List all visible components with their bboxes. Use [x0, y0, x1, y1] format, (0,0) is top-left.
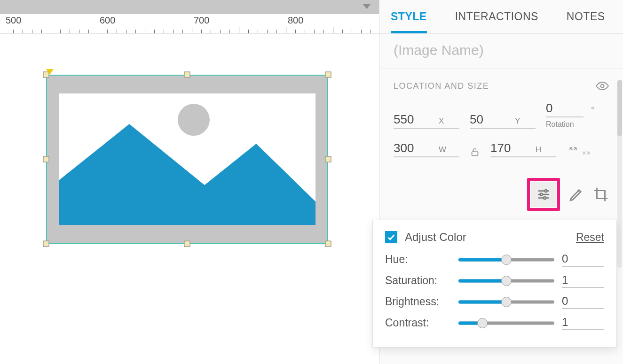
- hue-row: Hue: 0: [385, 252, 604, 267]
- crop-icon: [593, 186, 609, 202]
- x-input[interactable]: [394, 112, 436, 127]
- saturation-label: Saturation:: [385, 274, 451, 287]
- panel-scrollbar[interactable]: [617, 80, 622, 268]
- flip-horizontal-icon[interactable]: [568, 146, 578, 157]
- selection-outline: [46, 75, 328, 244]
- contrast-label: Contrast:: [385, 317, 451, 329]
- ruler-mark: 800: [288, 15, 303, 26]
- ruler-mark: 600: [100, 15, 115, 26]
- hue-value[interactable]: 0: [562, 252, 604, 267]
- resize-handle-n[interactable]: [184, 72, 190, 78]
- adjust-color-popover: Adjust Color Reset Hue: 0 Saturation: 1 …: [372, 220, 617, 348]
- pencil-icon: [568, 186, 584, 202]
- brightness-row: Brightness: 0: [385, 294, 604, 309]
- selected-image-widget[interactable]: [46, 75, 328, 244]
- contrast-value[interactable]: 1: [562, 316, 604, 330]
- resize-handle-s[interactable]: [184, 241, 190, 247]
- tab-style[interactable]: STYLE: [391, 10, 427, 23]
- ruler-mark: 500: [6, 15, 21, 26]
- y-input[interactable]: [470, 112, 512, 127]
- contrast-row: Contrast: 1: [385, 316, 604, 330]
- rotation-input[interactable]: [546, 101, 588, 116]
- width-input[interactable]: [394, 141, 436, 155]
- contrast-slider[interactable]: [458, 318, 554, 329]
- svg-point-7: [540, 194, 543, 196]
- canvas-titlebar[interactable]: [0, 0, 379, 14]
- svg-point-6: [545, 190, 547, 192]
- canvas-area[interactable]: 500 600 700 800: [0, 0, 379, 364]
- adjust-color-button[interactable]: [531, 182, 556, 207]
- sliders-icon: [536, 187, 551, 201]
- brightness-slider[interactable]: [458, 296, 554, 308]
- adjust-color-checkbox[interactable]: [385, 231, 397, 243]
- crop-button[interactable]: [593, 186, 609, 202]
- rotation-label: Rotation: [546, 120, 574, 129]
- hue-slider[interactable]: [458, 254, 554, 265]
- brightness-value[interactable]: 0: [562, 294, 604, 309]
- degree-label: °: [591, 105, 594, 115]
- resize-handle-w[interactable]: [43, 156, 49, 163]
- tab-interactions[interactable]: INTERACTIONS: [455, 10, 538, 23]
- svg-point-1: [601, 85, 604, 88]
- adjust-color-title: Adjust Color: [405, 231, 466, 244]
- svg-point-8: [544, 197, 546, 199]
- resize-handle-e[interactable]: [325, 156, 331, 163]
- hue-label: Hue:: [385, 253, 451, 266]
- image-tools-row: [379, 175, 623, 219]
- ruler-mark: 700: [194, 15, 209, 26]
- w-label: W: [439, 145, 446, 155]
- widget-name-row: [379, 34, 623, 69]
- svg-rect-2: [472, 152, 478, 155]
- inspector-tabs: STYLE INTERACTIONS NOTES: [379, 0, 623, 34]
- horizontal-ruler: 500 600 700 800: [0, 14, 379, 34]
- saturation-slider[interactable]: [458, 275, 554, 287]
- chevron-down-icon[interactable]: [363, 4, 371, 9]
- location-size-section: LOCATION AND SIZE X Y ° Rotation W H: [379, 69, 623, 175]
- reset-button[interactable]: Reset: [576, 231, 604, 244]
- edit-pencil-button[interactable]: [568, 186, 584, 202]
- resize-handle-sw[interactable]: [43, 241, 49, 247]
- h-label: H: [536, 145, 541, 155]
- section-title: LOCATION AND SIZE: [394, 81, 489, 91]
- widget-name-input[interactable]: [394, 42, 609, 58]
- height-input[interactable]: [490, 141, 533, 155]
- y-label: Y: [515, 116, 520, 126]
- tab-notes[interactable]: NOTES: [567, 10, 605, 23]
- resize-handle-ne[interactable]: [325, 72, 331, 78]
- brightness-label: Brightness:: [385, 295, 451, 308]
- flip-vertical-icon[interactable]: [582, 146, 591, 157]
- saturation-row: Saturation: 1: [385, 273, 604, 288]
- visibility-toggle-icon[interactable]: [596, 79, 609, 93]
- x-label: X: [439, 116, 444, 126]
- adjust-color-highlight: [527, 178, 560, 211]
- saturation-value[interactable]: 1: [562, 273, 604, 288]
- resize-handle-nw[interactable]: [43, 72, 49, 78]
- lock-aspect-icon[interactable]: [470, 147, 480, 157]
- resize-handle-se[interactable]: [325, 241, 331, 247]
- check-icon: [387, 233, 395, 241]
- scrollbar-thumb[interactable]: [617, 80, 622, 136]
